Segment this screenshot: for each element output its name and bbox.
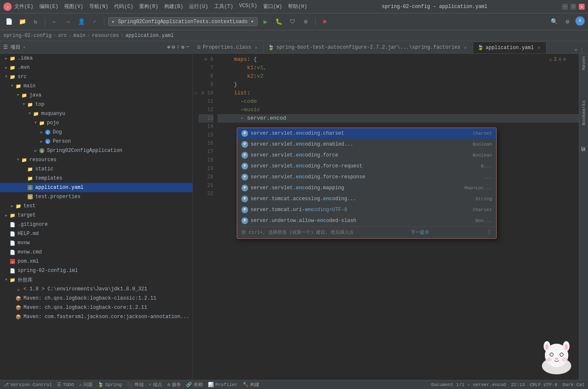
- tab-options-icon[interactable]: ⋮: [579, 47, 585, 53]
- tab-factories[interactable]: 🍃 spring-boot-test-autoconfigure-2.7.2.j…: [264, 42, 473, 53]
- tree-item-gitignore[interactable]: ▶ 📄 .gitignore: [0, 220, 192, 229]
- ac-item-3[interactable]: P server.servlet.encoding.force Boolean: [237, 150, 496, 161]
- tree-item-mvnw[interactable]: ▶ 📄 mvnw: [0, 238, 192, 248]
- tree-item-templates[interactable]: ▶ 📁 templates: [0, 174, 192, 183]
- breadcrumb-main[interactable]: main: [73, 33, 85, 39]
- maven-panel-label[interactable]: Maven: [581, 54, 586, 73]
- stop-button[interactable]: ■: [319, 16, 330, 27]
- ac-item-9[interactable]: P server.undertow.allow-encoded-slash Bo…: [237, 215, 496, 226]
- avatar-button[interactable]: A: [575, 16, 585, 26]
- run-config-selector[interactable]: ▸ Spring02ConfigApplicationTests.context…: [108, 17, 258, 26]
- endpoints-btn[interactable]: ⚡ 端点: [149, 381, 163, 388]
- sidebar-dropdown[interactable]: ▾: [23, 45, 26, 50]
- tree-item-top[interactable]: ▼ 📁 top: [0, 100, 192, 109]
- tab-close-yaml[interactable]: ✕: [536, 45, 542, 50]
- tab-more-controls[interactable]: ▾ ⋮: [571, 47, 588, 53]
- collapse-icon[interactable]: ⊟: [172, 44, 175, 50]
- structure-panel-label[interactable]: 结构: [580, 153, 587, 158]
- coverage-button[interactable]: 🛡: [287, 16, 298, 27]
- services-btn[interactable]: ⚙ 服务: [167, 381, 181, 388]
- tree-item-test-properties[interactable]: ▶ P test.properties: [0, 192, 192, 201]
- menu-help[interactable]: 帮助(H): [288, 3, 307, 10]
- ac-item-4[interactable]: P server.servlet.encoding.force-request …: [237, 161, 496, 172]
- window-controls[interactable]: — □ ✕: [562, 4, 585, 10]
- ac-item-2[interactable]: P server.servlet.encoding.enabled... Boo…: [237, 139, 496, 150]
- menu-vcs[interactable]: VCS(S): [239, 3, 257, 10]
- forward-button[interactable]: →: [62, 16, 73, 27]
- tree-item-src[interactable]: ▼ 📁 src: [0, 72, 192, 81]
- back-button[interactable]: ←: [49, 16, 60, 27]
- tree-item-pojo[interactable]: ▼ 📁 pojo: [0, 118, 192, 128]
- menu-edit[interactable]: 编辑(E): [39, 3, 59, 10]
- tree-item-person[interactable]: ▶ C Person: [0, 137, 192, 146]
- nav-down-icon[interactable]: ∨: [563, 55, 566, 64]
- debug-button[interactable]: 🐛: [274, 16, 285, 27]
- tree-item-iml[interactable]: ▶ 📄 spring-02-config.iml: [0, 266, 192, 275]
- breadcrumb-resources[interactable]: resources: [92, 33, 119, 39]
- ac-item-1[interactable]: P server.servlet.encoding.charset Charse…: [237, 128, 496, 139]
- commit-button[interactable]: ✓: [89, 16, 100, 27]
- ac-item-8[interactable]: P server.tomcat.uri-encoding=UTF-8 Chars…: [237, 204, 496, 215]
- menu-nav[interactable]: 导航(N): [89, 3, 109, 10]
- tree-item-spring-app[interactable]: ▶ S Spring02ConfigApplication: [0, 146, 192, 155]
- tree-item-mvnw-cmd[interactable]: ▶ 📄 mvnw.cmd: [0, 248, 192, 257]
- tree-item-main[interactable]: ▼ 📁 main: [0, 81, 192, 91]
- spring-btn[interactable]: 🍃 Spring: [98, 382, 122, 387]
- breadcrumb-src[interactable]: src: [58, 33, 67, 39]
- menu-tools[interactable]: 工具(T): [214, 3, 233, 10]
- menu-view[interactable]: 视图(V): [64, 3, 83, 10]
- minimize-sidebar-icon[interactable]: —: [186, 44, 189, 50]
- open-button[interactable]: 📁: [17, 16, 28, 27]
- nav-up-icon[interactable]: ∧: [559, 55, 562, 64]
- menu-file[interactable]: 文件(E): [14, 3, 34, 10]
- ac-item-7[interactable]: P server.tomcat.accesslog.encoding... St…: [237, 193, 496, 204]
- profiler-btn[interactable]: 📊 Profiler: [208, 382, 238, 387]
- menu-window[interactable]: 窗口(W): [263, 3, 282, 10]
- more-run-button[interactable]: ⚙: [300, 16, 311, 27]
- ac-more-icon[interactable]: ⋮: [486, 228, 492, 237]
- ac-item-5[interactable]: P server.servlet.encoding.force-response…: [237, 172, 496, 183]
- close-button[interactable]: ✕: [579, 4, 585, 10]
- maximize-button[interactable]: □: [570, 4, 576, 10]
- terminal-btn[interactable]: ⬛ 终端: [127, 381, 144, 388]
- tree-item-application-yaml[interactable]: ▶ Y application.yaml: [0, 183, 192, 192]
- problems-btn[interactable]: ⚠ 问题: [79, 381, 93, 388]
- tab-properties[interactable]: ☰ Properties.class ✕: [193, 42, 264, 53]
- menu-build[interactable]: 构建(B): [164, 3, 184, 10]
- settings-icon[interactable]: ⚙: [181, 44, 184, 50]
- tree-item-help[interactable]: ▶ 📄 HELP.md: [0, 229, 192, 238]
- ac-footer-link[interactable]: 下一提示: [411, 228, 429, 237]
- build-btn[interactable]: 🔨 构建: [243, 381, 259, 388]
- bookmarks-panel-label[interactable]: Bookmarks: [581, 98, 586, 128]
- encoding-display[interactable]: CRLF UTF-8: [530, 382, 557, 387]
- tree-item-logback-classic[interactable]: ▶ 📦 Maven: ch.qos.logback:logback-classi…: [0, 294, 192, 303]
- breadcrumb-project[interactable]: spring-02-config: [3, 33, 52, 39]
- tree-item-mvn[interactable]: ▶ 📁 .mvn: [0, 63, 192, 72]
- tree-item-test[interactable]: ▶ 📁 test: [0, 201, 192, 211]
- tree-item-jackson[interactable]: ▶ 📦 Maven: com.fasterxml.jackson.core:ja…: [0, 312, 192, 321]
- tab-application-yaml[interactable]: 🍃 application.yaml ✕: [473, 42, 547, 53]
- git-button[interactable]: 👤: [76, 16, 87, 27]
- locate-file-icon[interactable]: ⊕: [167, 44, 170, 50]
- code-content[interactable]: maps: { k1: v1, k2: v2 } lis: [218, 54, 579, 380]
- tab-close-factories[interactable]: ✕: [463, 45, 469, 50]
- tree-item-dog[interactable]: ▶ C Dog: [0, 128, 192, 137]
- tree-item-pom[interactable]: ▶ m pom.xml: [0, 257, 192, 266]
- tab-close-properties[interactable]: ✕: [253, 45, 259, 50]
- menu-refactor[interactable]: 重构(R): [139, 3, 158, 10]
- breadcrumb-file[interactable]: application.yaml: [125, 33, 174, 39]
- tab-expand-icon[interactable]: ▾: [574, 47, 578, 53]
- tree-item-muquanyu[interactable]: ▼ 📁 muquanyu: [0, 109, 192, 118]
- settings-button[interactable]: ⚙: [562, 16, 573, 27]
- code-editor[interactable]: ⊖ ⊖ 6 7 8 9 ⊖ 10 11 12 13 14 15: [193, 54, 588, 380]
- version-control-btn[interactable]: ⎇ Version Control: [3, 382, 52, 387]
- tree-item-static[interactable]: ▶ 📁 static: [0, 164, 192, 174]
- minimize-button[interactable]: —: [562, 4, 568, 10]
- search-button[interactable]: 🔍: [549, 16, 560, 27]
- run-button[interactable]: ▶: [260, 16, 271, 27]
- ac-item-6[interactable]: P server.servlet.encoding.mapping Map<Lo…: [237, 183, 496, 193]
- menu-code[interactable]: 代码(C): [114, 3, 133, 10]
- tree-item-idea[interactable]: ▶ 📁 .idea: [0, 54, 192, 63]
- dependencies-btn[interactable]: 🔗 依赖: [186, 381, 203, 388]
- sidebar-tools[interactable]: ⊕ ⊟ ↕ ⚙ —: [167, 44, 189, 50]
